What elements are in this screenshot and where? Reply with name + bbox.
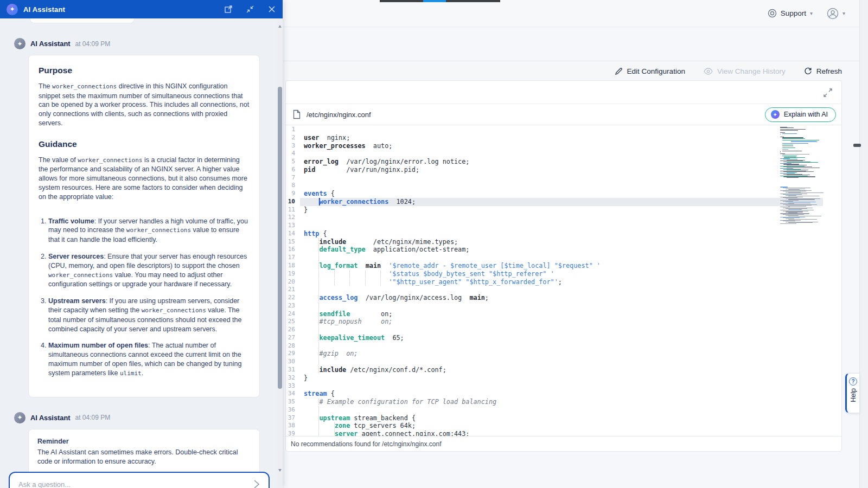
collapse-panel-icon[interactable]: [246, 5, 254, 14]
line-number: 26: [286, 326, 300, 334]
line-content: '"$http_user_agent" "$http_x_forwarded_f…: [300, 278, 841, 286]
code-line[interactable]: 6pid /var/run/nginx.pid;: [286, 166, 841, 174]
code-line[interactable]: 15 include /etc/nginx/mime.types;: [286, 238, 841, 246]
minimap-line: [782, 149, 788, 150]
line-number: 39: [286, 430, 300, 436]
code-line[interactable]: 5error_log /var/log/nginx/error.log noti…: [286, 158, 841, 166]
chat-scrollbar-thumb[interactable]: [278, 87, 282, 389]
pencil-icon: [615, 67, 623, 75]
config-toolbar: Edit Configuration View Change History R…: [280, 61, 842, 81]
scroll-down-arrow[interactable]: [278, 469, 282, 472]
minimap-line: [782, 151, 802, 151]
line-content: [300, 358, 841, 366]
code-line[interactable]: 11}: [286, 206, 841, 214]
code-line[interactable]: 35 # Example configuration for TCP load …: [286, 398, 841, 406]
ai-sparkle-icon: ✦: [771, 110, 780, 119]
code-line[interactable]: 28: [286, 342, 841, 350]
line-number: 32: [286, 374, 300, 382]
line-number: 6: [286, 166, 300, 174]
code-line[interactable]: 33: [286, 382, 841, 390]
support-icon: [768, 9, 777, 18]
explain-with-ai-button[interactable]: ✦ Explain with AI: [765, 107, 836, 122]
code-line[interactable]: 30: [286, 358, 841, 366]
code-line[interactable]: 24 sendfile on;: [286, 310, 841, 318]
code-line[interactable]: 25 #tcp_nopush on;: [286, 318, 841, 326]
line-content: user nginx;: [300, 134, 841, 142]
code-line[interactable]: 29 #gzip on;: [286, 350, 841, 358]
code-line[interactable]: 7: [286, 174, 841, 182]
browser-scrollbar[interactable]: [859, 0, 868, 488]
refresh-icon: [804, 67, 812, 75]
code-line[interactable]: 23: [286, 302, 841, 310]
ai-assistant-header: ✦ AI Assistant: [0, 0, 283, 18]
ai-assistant-title: AI Assistant: [23, 5, 211, 14]
code-line[interactable]: 22 access_log /var/log/nginx/access.log …: [286, 294, 841, 302]
code-line[interactable]: 10 worker_connections 1024;: [286, 198, 841, 206]
minimap-line: [783, 166, 812, 167]
code-line[interactable]: 32}: [286, 374, 841, 382]
code-line[interactable]: 14http {: [286, 230, 841, 238]
code-line[interactable]: 19 '$status $body_bytes_sent "$http_refe…: [286, 270, 841, 278]
code-line[interactable]: 26: [286, 326, 841, 334]
code-line[interactable]: 38 zone tcp_servers 64k;: [286, 422, 841, 430]
code-line[interactable]: 39 server agent.connect.nginx.com:443;: [286, 430, 841, 436]
edit-configuration-button[interactable]: Edit Configuration: [615, 67, 685, 75]
code-line[interactable]: 31 include /etc/nginx/conf.d/*.conf;: [286, 366, 841, 374]
code-line[interactable]: 16 default_type application/octet-stream…: [286, 246, 841, 254]
code-line[interactable]: 12: [286, 214, 841, 222]
code-line[interactable]: 4: [286, 150, 841, 158]
open-in-new-window-icon[interactable]: [224, 5, 233, 14]
line-content: server agent.connect.nginx.com:443;: [300, 430, 841, 436]
code-editor[interactable]: 12user nginx;3worker_processes auto;45er…: [286, 125, 841, 436]
code-line[interactable]: 8: [286, 182, 841, 190]
code-line[interactable]: 36: [286, 406, 841, 414]
line-content: [300, 286, 841, 294]
scroll-up-arrow[interactable]: [278, 25, 282, 28]
expand-panel-button[interactable]: [823, 88, 833, 98]
user-menu[interactable]: ▾: [827, 8, 845, 20]
minimap-line: [780, 200, 799, 201]
code-line[interactable]: 2user nginx;: [286, 134, 841, 142]
chat-input[interactable]: [18, 480, 253, 488]
line-number: 33: [286, 382, 300, 390]
line-number: 17: [286, 254, 300, 262]
file-path: /etc/nginx/nginx.conf: [307, 111, 765, 119]
code-line[interactable]: 34stream {: [286, 390, 841, 398]
line-number: 20: [286, 278, 300, 286]
code-line[interactable]: 18 log_format main '$remote_addr - $remo…: [286, 262, 841, 270]
code-line[interactable]: 13: [286, 222, 841, 230]
code-line[interactable]: 17: [286, 254, 841, 262]
support-menu[interactable]: Support ▾: [768, 9, 813, 18]
line-content: [300, 126, 841, 134]
send-icon[interactable]: [253, 479, 260, 488]
code-line[interactable]: 3worker_processes auto;: [286, 142, 841, 150]
code-line[interactable]: 27 keepalive_timeout 65;: [286, 334, 841, 342]
code-line[interactable]: 21: [286, 286, 841, 294]
support-label: Support: [781, 9, 806, 17]
code-line[interactable]: 37 upstream stream_backend {: [286, 414, 841, 422]
chat-scrollbar[interactable]: [277, 18, 283, 488]
line-content: [300, 254, 841, 262]
line-content: stream {: [300, 390, 841, 398]
refresh-button[interactable]: Refresh: [804, 67, 842, 75]
help-tab[interactable]: ? Help: [845, 373, 860, 413]
view-change-history-button[interactable]: View Change History: [704, 67, 786, 75]
message-paragraph: The value of worker_connections is a cru…: [39, 156, 250, 202]
line-content: include /etc/nginx/mime.types;: [300, 238, 841, 246]
code-line[interactable]: 1: [286, 126, 841, 134]
page-header: Support ▾ ▾: [280, 0, 868, 27]
code-line[interactable]: 20 '"$http_user_agent" "$http_x_forwarde…: [286, 278, 841, 286]
line-content: worker_processes auto;: [300, 142, 841, 150]
line-number: 12: [286, 214, 300, 222]
chat-scroll-area[interactable]: ✦AI Assistantat 04:09 PMPurposeThe worke…: [0, 18, 277, 488]
editor-minimap[interactable]: [780, 126, 824, 321]
chat-composer[interactable]: [9, 472, 270, 488]
message-list-item: Upstream servers: If you are using upstr…: [48, 297, 250, 333]
close-panel-icon[interactable]: [267, 5, 276, 14]
browser-scrollbar-thumb[interactable]: [853, 144, 861, 147]
refresh-label: Refresh: [816, 67, 842, 75]
line-number: 15: [286, 238, 300, 246]
minimap-line: [788, 206, 806, 207]
minimap-line: [788, 216, 821, 216]
code-line[interactable]: 9events {: [286, 190, 841, 198]
